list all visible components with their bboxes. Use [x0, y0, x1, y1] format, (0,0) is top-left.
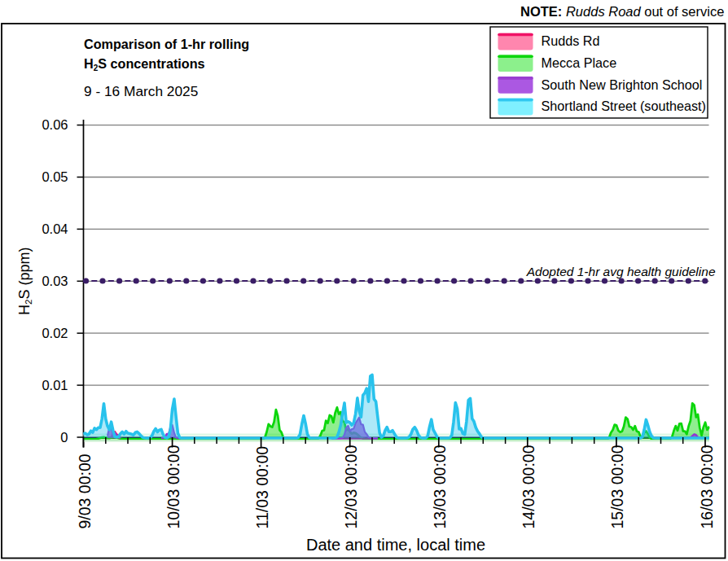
svg-text:0.06: 0.06 — [42, 117, 68, 132]
svg-text:10/03 00:00: 10/03 00:00 — [164, 445, 182, 528]
svg-text:12/03 00:00: 12/03 00:00 — [342, 445, 360, 528]
svg-text:H2S concentrations: H2S concentrations — [84, 56, 205, 72]
svg-text:Comparison of 1-hr rolling: Comparison of 1-hr rolling — [84, 37, 249, 51]
svg-text:16/03 00:00: 16/03 00:00 — [698, 445, 716, 528]
svg-text:H2S (ppm): H2S (ppm) — [16, 248, 33, 315]
svg-text:Adopted 1-hr avg health guidel: Adopted 1-hr avg health guideline — [526, 265, 716, 278]
svg-text:0.01: 0.01 — [42, 378, 68, 392]
svg-text:Mecca Place: Mecca Place — [542, 55, 617, 70]
svg-text:NOTE: Rudds Road out of servic: NOTE: Rudds Road out of service — [520, 4, 724, 19]
svg-text:Rudds Rd: Rudds Rd — [542, 33, 600, 48]
svg-text:Date and time, local time: Date and time, local time — [306, 536, 485, 554]
svg-text:0.04: 0.04 — [42, 221, 68, 236]
svg-text:0: 0 — [60, 430, 68, 445]
svg-text:0.05: 0.05 — [42, 169, 68, 184]
svg-text:9 - 16 March 2025: 9 - 16 March 2025 — [84, 83, 198, 99]
svg-text:11/03 00:00: 11/03 00:00 — [253, 446, 271, 529]
svg-text:9/03 00:00: 9/03 00:00 — [76, 454, 94, 528]
svg-text:South New Brighton School: South New Brighton School — [542, 77, 703, 92]
svg-text:13/03 00:00: 13/03 00:00 — [431, 445, 449, 528]
svg-text:0.03: 0.03 — [42, 274, 68, 288]
svg-text:15/03 00:00: 15/03 00:00 — [608, 445, 626, 528]
svg-text:Shortland Street (southeast): Shortland Street (southeast) — [542, 99, 706, 113]
svg-text:14/03 00:00: 14/03 00:00 — [520, 445, 537, 528]
svg-text:0.02: 0.02 — [42, 326, 68, 340]
